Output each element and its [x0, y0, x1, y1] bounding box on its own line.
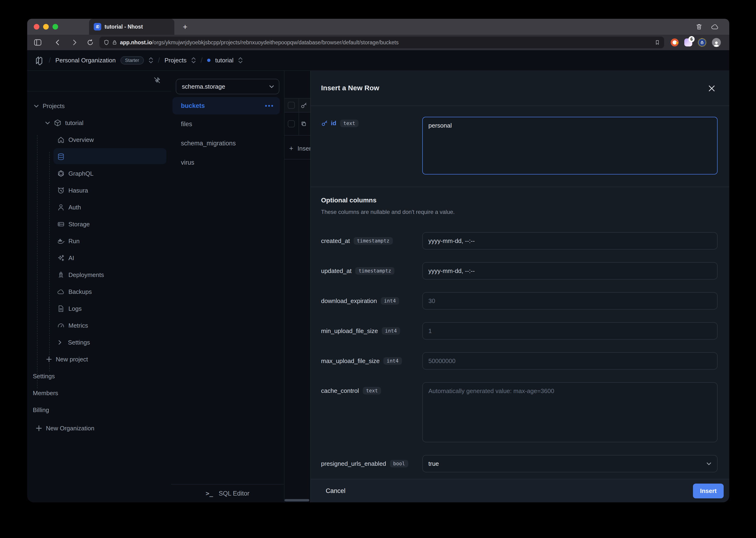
sidebar-item-new-organization[interactable]: New Organization — [27, 420, 171, 437]
max-upload-file-size-input[interactable] — [422, 352, 718, 370]
sidebar-item-projects[interactable]: Projects — [27, 98, 171, 114]
presigned-urls-enabled-select[interactable]: true — [422, 455, 718, 472]
trash-icon[interactable] — [695, 23, 703, 30]
sidebar-item-ai[interactable]: AI — [27, 249, 171, 266]
new-tab-button[interactable]: + — [183, 23, 187, 31]
cloud-icon[interactable] — [711, 23, 719, 30]
sidebar-pin-row — [27, 71, 171, 91]
unpin-sidebar-icon[interactable] — [153, 77, 161, 84]
sidebar-item-database[interactable]: Database — [27, 148, 171, 165]
desktop-background: tutorial - Nhost + — [0, 0, 756, 538]
horizontal-scrollbar[interactable] — [285, 499, 309, 502]
breadcrumb-org[interactable]: Personal Organization — [55, 57, 116, 64]
sidebar-item-members[interactable]: Members — [27, 385, 171, 402]
row-checkbox[interactable] — [288, 120, 295, 127]
optional-columns-subtitle: These columns are nullable and don't req… — [321, 209, 718, 215]
grid-data-row[interactable] — [285, 113, 310, 135]
sidebar-toggle-icon[interactable] — [34, 39, 42, 46]
chevron-right-icon — [58, 340, 61, 345]
reload-icon[interactable] — [87, 39, 94, 46]
sidebar-item-storage[interactable]: Storage — [27, 216, 171, 233]
sql-editor-button[interactable]: >_ SQL Editor — [171, 484, 284, 502]
bookmark-icon[interactable] — [655, 39, 660, 45]
home-icon — [57, 136, 65, 143]
graphql-icon — [57, 170, 65, 177]
table-menu-icon[interactable]: ••• — [265, 102, 274, 110]
cancel-button[interactable]: Cancel — [321, 485, 350, 498]
sidebar-item-hasura[interactable]: Hasura — [27, 182, 171, 199]
projects-switcher-icon[interactable] — [191, 57, 196, 63]
tables-panel: schema.storage buckets ••• files schema_… — [171, 71, 285, 502]
extension-badge: 6 — [688, 36, 695, 42]
table-item-schema-migrations[interactable]: schema_migrations — [171, 134, 284, 153]
optional-columns-heading: Optional columns — [321, 196, 718, 204]
url-text: app.nhost.io/orgs/ykmujwrjdyoebkjsbcpp/p… — [120, 39, 399, 46]
extension-icon[interactable]: 6 — [684, 38, 692, 46]
sidebar-item-metrics[interactable]: Metrics — [27, 317, 171, 334]
sidebar-item-backups[interactable]: Backups — [27, 283, 171, 300]
project-switcher-icon[interactable] — [238, 57, 243, 63]
dialog-header: Insert a New Row — [311, 71, 729, 106]
privacy-extension-icon[interactable] — [698, 38, 706, 47]
sidebar-item-org-settings[interactable]: Settings — [27, 368, 171, 385]
cache-control-input[interactable] — [422, 382, 718, 442]
breadcrumb-project[interactable]: tutorial — [215, 57, 233, 64]
field-row-created-at: created_at timestamptz — [321, 232, 718, 249]
url-bar[interactable]: app.nhost.io/orgs/ykmujwrjdyoebkjsbcpp/p… — [99, 36, 664, 48]
field-type-badge: bool — [390, 460, 408, 467]
insert-row-button[interactable]: + Insert — [285, 138, 310, 159]
sidebar-item-logs[interactable]: Logs — [27, 300, 171, 317]
sidebar-item-run[interactable]: Run — [27, 233, 171, 249]
grid-column-divider — [299, 98, 299, 135]
sparkles-icon — [57, 254, 65, 262]
sidebar-item-project-settings[interactable]: Settings — [27, 334, 171, 351]
sidebar-item-graphql[interactable]: GraphQL — [27, 165, 171, 182]
org-switcher-icon[interactable] — [149, 57, 153, 63]
close-icon[interactable] — [708, 85, 715, 92]
copy-icon[interactable] — [301, 121, 307, 127]
breadcrumb-projects[interactable]: Projects — [165, 57, 187, 64]
sidebar-item-billing[interactable]: Billing — [27, 402, 171, 418]
updated-at-input[interactable] — [422, 262, 718, 280]
sidebar-item-overview[interactable]: Overview — [27, 131, 171, 148]
duckduckgo-extension-icon[interactable] — [671, 38, 679, 46]
sidebar-item-deployments[interactable]: Deployments — [27, 266, 171, 283]
breadcrumb: / Personal Organization Starter / Projec… — [27, 50, 729, 71]
select-all-checkbox[interactable] — [288, 102, 295, 109]
id-input[interactable]: personal — [422, 117, 718, 175]
zoom-window-button[interactable] — [53, 24, 58, 29]
rocket-icon — [57, 271, 65, 279]
back-icon[interactable] — [54, 39, 61, 46]
minimize-window-button[interactable] — [43, 24, 49, 29]
browser-window: tutorial - Nhost + — [27, 19, 729, 502]
project-status-dot — [207, 59, 211, 62]
forward-icon[interactable] — [71, 39, 78, 46]
download-expiration-input[interactable] — [422, 292, 718, 309]
profile-avatar[interactable] — [712, 38, 721, 47]
sidebar-item-tutorial[interactable]: tutorial — [27, 114, 171, 131]
insert-button[interactable]: Insert — [693, 484, 724, 498]
nhost-app: / Personal Organization Starter / Projec… — [27, 50, 729, 502]
privacy-shield-icon[interactable] — [104, 39, 109, 45]
breadcrumb-separator: / — [49, 56, 51, 64]
tab-title: tutorial - Nhost — [105, 24, 143, 30]
browser-tab[interactable]: tutorial - Nhost — [89, 19, 174, 35]
field-row-updated-at: updated_at timestamptz — [321, 262, 718, 280]
field-type-badge: int4 — [382, 327, 400, 335]
table-item-buckets[interactable]: buckets ••• — [172, 97, 280, 114]
sidebar-item-new-project[interactable]: New project — [27, 351, 171, 368]
cloud-icon — [57, 289, 65, 295]
table-item-files[interactable]: files — [171, 114, 284, 134]
schema-select[interactable]: schema.storage — [176, 79, 279, 94]
created-at-input[interactable] — [422, 232, 718, 249]
sidebar-item-auth[interactable]: Auth — [27, 199, 171, 216]
user-icon — [57, 203, 65, 211]
table-item-virus[interactable]: virus — [171, 153, 284, 172]
plus-icon: + — [289, 144, 293, 152]
dialog-footer: Cancel Insert — [311, 479, 729, 502]
plus-icon — [46, 356, 52, 362]
close-window-button[interactable] — [34, 24, 39, 29]
nhost-logo[interactable] — [34, 55, 44, 66]
dialog-body: id text personal Optional columns These … — [311, 106, 729, 479]
min-upload-file-size-input[interactable] — [422, 322, 718, 340]
